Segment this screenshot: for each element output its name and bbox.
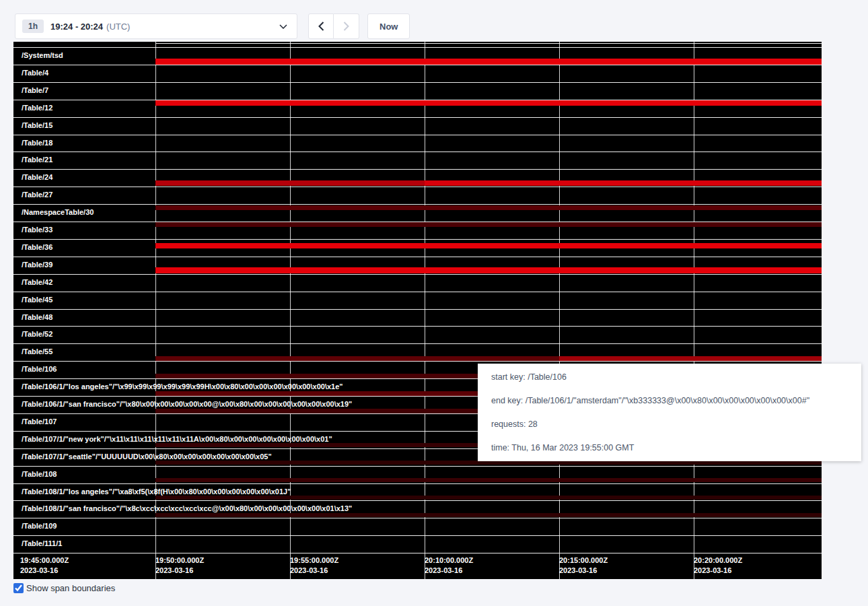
- keyvis-canvas[interactable]: /System/tsd/Table/4/Table/7/Table/12/Tab…: [13, 42, 822, 579]
- span-boundary-line: [13, 222, 822, 222]
- row-label: /Table/55: [22, 347, 52, 356]
- x-axis-time: 19:55:00.000Z: [290, 556, 338, 566]
- row-label: /Table/21: [22, 156, 52, 164]
- span-boundary-line: [13, 466, 822, 467]
- next-time-button[interactable]: [334, 13, 359, 39]
- row-label: /Table/39: [22, 261, 52, 269]
- heat-band: [155, 180, 425, 186]
- x-axis-date: 2023-03-16: [425, 566, 473, 576]
- row-label: /Table/18: [22, 139, 52, 147]
- span-boundary-line: [13, 117, 822, 118]
- span-boundary-line: [13, 553, 822, 553]
- row-label: /Table/108/1/"san francisco"/"\x8c\xcc\x…: [22, 504, 352, 513]
- show-span-boundaries-label: Show span boundaries: [26, 583, 115, 593]
- span-boundary-line: [13, 47, 822, 48]
- footer: Show span boundaries: [13, 583, 115, 593]
- chevron-right-icon: [343, 22, 349, 31]
- heat-band: [155, 222, 822, 227]
- heat-band: [155, 478, 822, 482]
- row-label: /Table/106/1/"los angeles"/"\x99\x99\x99…: [22, 382, 343, 391]
- tooltip-requests: requests: 28: [491, 419, 848, 429]
- heat-band: [155, 100, 822, 106]
- row-label: /Table/36: [22, 243, 52, 252]
- x-axis-date: 2023-03-16: [20, 566, 69, 576]
- span-boundary-line: [13, 239, 822, 240]
- row-label: /Table/108/1/"los angeles"/"\xa8\xf5(\x8…: [22, 487, 291, 496]
- tooltip-time: time: Thu, 16 Mar 2023 19:55:00 GMT: [491, 443, 848, 452]
- row-label: /Table/107/1/"new york"/"\x11\x11\x11\x1…: [22, 435, 332, 444]
- x-axis-label: 20:10:00.000Z2023-03-16: [425, 556, 473, 576]
- x-axis-time: 20:10:00.000Z: [425, 556, 473, 566]
- row-label: /Table/42: [22, 278, 52, 287]
- span-boundary-line: [13, 204, 822, 205]
- heat-band: [155, 59, 822, 65]
- row-label: /Table/106: [22, 365, 57, 374]
- span-boundary-line: [13, 500, 822, 501]
- row-label: /Table/52: [22, 330, 52, 339]
- x-axis-date: 2023-03-16: [694, 566, 742, 576]
- chevron-down-icon: [279, 24, 287, 29]
- span-boundary-line: [13, 309, 822, 310]
- span-boundary-line: [13, 292, 822, 292]
- heat-band: [155, 513, 822, 517]
- x-axis-time: 19:45:00.000Z: [20, 556, 69, 566]
- x-axis-date: 2023-03-16: [290, 566, 338, 576]
- x-axis-label: 19:50:00.000Z2023-03-16: [155, 556, 204, 576]
- span-boundary-line: [13, 343, 822, 344]
- span-boundary-line: [13, 326, 822, 327]
- heat-band: [425, 180, 822, 186]
- row-label: /Table/108: [22, 470, 57, 479]
- heat-band: [155, 243, 822, 248]
- row-label: /NamespaceTable/30: [22, 208, 94, 217]
- row-label: /Table/107: [22, 417, 57, 426]
- span-boundary-line: [13, 274, 822, 275]
- row-label: /Table/109: [22, 522, 57, 531]
- x-axis-label: 19:45:00.000Z2023-03-16: [20, 556, 69, 576]
- x-axis-date: 2023-03-16: [559, 566, 608, 576]
- span-boundary-line: [155, 43, 822, 44]
- toolbar: 1h 19:24 - 20:24 (UTC) Now: [15, 13, 410, 39]
- row-label: /Table/45: [22, 296, 52, 304]
- x-axis-date: 2023-03-16: [155, 566, 204, 576]
- timezone-text: (UTC): [106, 22, 130, 32]
- x-axis-time: 20:15:00.000Z: [559, 556, 608, 566]
- x-axis-time: 19:50:00.000Z: [155, 556, 204, 566]
- span-boundary-line: [13, 65, 822, 65]
- tooltip-end-key: end key: /Table/106/1/"amsterdam"/"\xb33…: [491, 396, 848, 405]
- heat-band: [155, 267, 822, 273]
- row-label: /Table/106/1/"san francisco"/"\x80\x00\x…: [22, 400, 352, 409]
- span-boundary-line: [13, 100, 822, 100]
- tooltip-start-key: start key: /Table/106: [491, 372, 848, 382]
- row-label: /Table/27: [22, 191, 52, 199]
- x-axis-label: 19:55:00.000Z2023-03-16: [290, 556, 338, 576]
- time-range-text: 19:24 - 20:24: [50, 22, 103, 32]
- span-boundary-line: [13, 135, 822, 135]
- time-range-dropdown[interactable]: 1h 19:24 - 20:24 (UTC): [15, 13, 297, 39]
- row-label: /Table/15: [22, 121, 52, 130]
- x-axis-label: 20:20:00.000Z2023-03-16: [694, 556, 742, 576]
- heat-band: [155, 496, 822, 500]
- row-label: /Table/7: [22, 86, 48, 95]
- span-boundary-line: [13, 82, 822, 83]
- span-boundary-line: [13, 169, 822, 170]
- x-axis-time: 20:20:00.000Z: [694, 556, 742, 566]
- span-boundary-line: [13, 483, 822, 484]
- duration-badge: 1h: [22, 20, 44, 33]
- span-boundary-line: [13, 535, 822, 536]
- prev-time-button[interactable]: [308, 13, 334, 39]
- row-label: /Table/24: [22, 173, 52, 182]
- chevron-left-icon: [318, 22, 324, 31]
- span-boundary-line: [13, 361, 822, 362]
- time-nav-group: [308, 13, 359, 39]
- show-span-boundaries-checkbox[interactable]: [13, 583, 24, 593]
- row-label: /Table/48: [22, 313, 52, 322]
- now-button[interactable]: Now: [367, 13, 410, 39]
- span-boundary-line: [13, 187, 822, 187]
- heat-band: [155, 205, 822, 210]
- row-label: /Table/12: [22, 104, 52, 112]
- span-boundary-line: [13, 518, 822, 518]
- row-label: /Table/4: [22, 69, 48, 77]
- span-tooltip: start key: /Table/106 end key: /Table/10…: [478, 364, 861, 461]
- span-boundary-line: [13, 152, 822, 152]
- x-axis-label: 20:15:00.000Z2023-03-16: [559, 556, 608, 576]
